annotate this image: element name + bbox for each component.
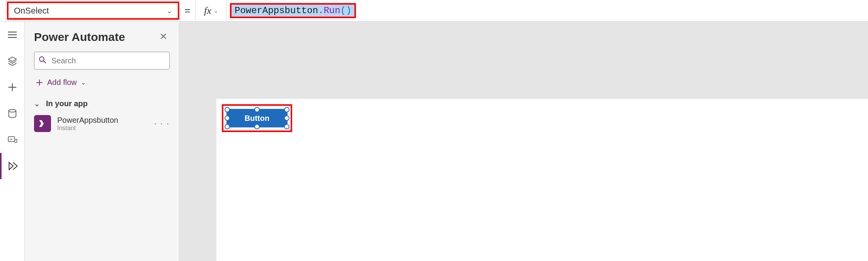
close-icon [160,32,167,40]
resize-handle[interactable] [284,107,289,112]
svg-point-0 [9,110,16,112]
search-icon [39,56,46,65]
flow-item-subtype: Instant [57,125,148,132]
flow-item-name: PowerAppsbutton [57,116,148,125]
resize-handle[interactable] [225,115,230,121]
section-label: In your app [46,99,88,108]
add-flow-label: Add flow [47,78,77,87]
resize-handle[interactable] [284,124,289,129]
flow-item[interactable]: PowerAppsbutton Instant · · · [34,115,170,132]
resize-handle[interactable] [225,107,230,112]
property-dropdown[interactable]: OnSelect ⌄ [7,2,179,20]
design-canvas[interactable]: Button [179,22,868,261]
artboard[interactable]: Button [216,99,868,261]
search-input[interactable] [34,52,170,69]
property-selected: OnSelect [14,6,49,16]
resize-handle[interactable] [225,124,230,129]
database-icon [7,108,18,119]
formula-selection: PowerAppsbutton.Run() [230,3,356,18]
add-flow-button[interactable]: Add flow ⌄ [34,75,170,90]
plus-icon [36,79,43,86]
plus-icon [7,82,18,93]
canvas-button-label: Button [245,114,269,123]
hamburger-icon [7,29,18,40]
section-in-your-app[interactable]: ⌄ In your app [34,99,170,108]
resize-handle[interactable] [254,107,260,112]
layers-icon [7,56,18,66]
rail-layers[interactable] [0,48,25,74]
highlight-box: Button [222,104,292,132]
flow-item-more-button[interactable]: · · · [154,119,170,129]
left-rail [0,22,25,261]
chevron-down-icon: ⌄ [167,7,172,15]
equals-label: = [179,0,196,21]
panel-title: Power Automate [34,31,125,44]
rail-media[interactable] [0,127,25,153]
formula-input[interactable]: PowerAppsbutton.Run() [226,0,868,21]
rail-data[interactable] [0,100,25,127]
resize-handle[interactable] [284,115,289,121]
svg-point-2 [39,57,44,61]
close-panel-button[interactable] [157,29,170,45]
fx-dropdown[interactable]: fx ⌄ [196,0,226,21]
rail-power-automate[interactable] [0,153,25,179]
power-automate-panel: Power Automate Add flow ⌄ ⌄ In your app [25,22,179,261]
chevron-down-icon: ⌄ [34,100,40,108]
formula-bar: OnSelect ⌄ = fx ⌄ PowerAppsbutton.Run() [0,0,868,22]
chevron-down-icon: ⌄ [214,8,218,14]
canvas-button[interactable]: Button [226,109,288,127]
flow-item-icon [34,115,51,132]
resize-handle[interactable] [254,124,260,129]
rail-hamburger[interactable] [0,22,25,48]
fx-icon: fx [204,5,211,17]
chevron-down-icon: ⌄ [81,79,86,86]
flow-icon [8,161,19,171]
media-icon [7,134,18,145]
rail-insert[interactable] [0,74,25,100]
